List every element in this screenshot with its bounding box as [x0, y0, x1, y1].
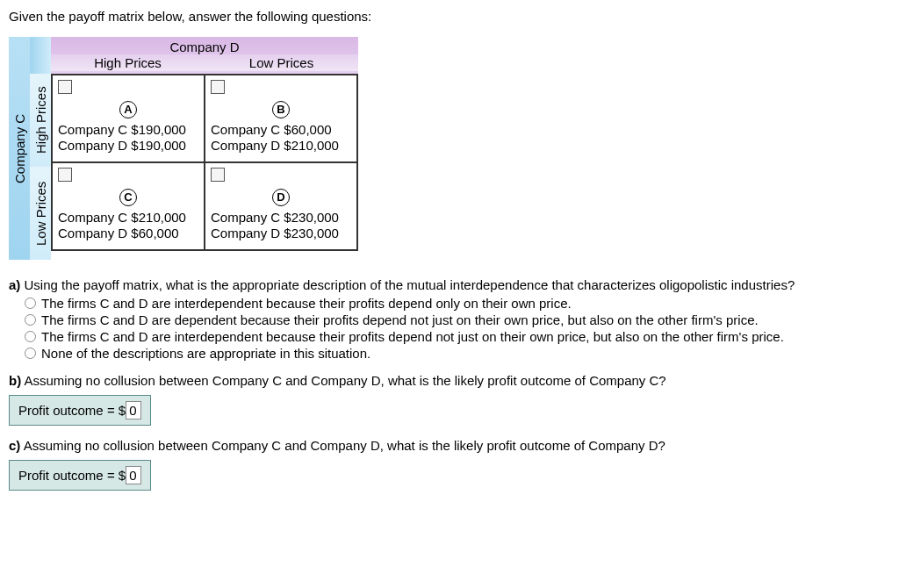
q-text: Assuming no collusion between Company C … [20, 438, 665, 453]
option-text: None of the descriptions are appropriate… [41, 346, 370, 361]
q-text: Assuming no collusion between Company C … [21, 373, 666, 388]
option-row[interactable]: None of the descriptions are appropriate… [25, 346, 890, 361]
answer-box: Profit outcome = $0 [9, 460, 151, 491]
cell-checkbox[interactable] [58, 80, 72, 94]
q-label: a) [9, 277, 20, 292]
radio-icon[interactable] [25, 348, 36, 359]
cell-A: A Company C $190,000 Company D $190,000 [52, 75, 205, 162]
payoff-c: Company C $190,000 [58, 122, 198, 137]
row-label-low: Low Prices [30, 167, 51, 260]
cell-B: B Company C $60,000 Company D $210,000 [205, 75, 357, 162]
option-row[interactable]: The firms C and D are dependent because … [25, 312, 890, 327]
question-c: c) Assuming no collusion between Company… [9, 438, 890, 491]
payoff-d: Company D $230,000 [211, 226, 351, 240]
answer-label: Profit outcome = $ [18, 468, 126, 483]
q-label: c) [9, 438, 20, 453]
radio-icon[interactable] [25, 314, 36, 326]
row-label-high: High Prices [30, 74, 51, 167]
cell-letter: C [119, 189, 137, 206]
cell-letter: B [272, 101, 290, 118]
payoff-d: Company D $60,000 [58, 226, 198, 240]
cell-D: D Company C $230,000 Company D $230,000 [205, 162, 357, 250]
question-b: b) Assuming no collusion between Company… [9, 373, 890, 426]
answer-input[interactable]: 0 [126, 466, 141, 484]
cell-checkbox[interactable] [211, 80, 225, 94]
intro-text: Given the payoff matrix below, answer th… [9, 9, 890, 24]
answer-label: Profit outcome = $ [18, 403, 126, 418]
option-text: The firms C and D are interdependent bec… [41, 329, 784, 344]
q-label: b) [9, 373, 21, 388]
row-player-label: Company C [9, 37, 30, 260]
payoff-matrix: Company C High Prices Low Prices Company… [9, 37, 890, 260]
cell-checkbox[interactable] [211, 168, 225, 182]
payoff-d: Company D $210,000 [211, 138, 351, 153]
question-a: a) Using the payoff matrix, what is the … [9, 277, 890, 361]
option-row[interactable]: The firms C and D are interdependent bec… [25, 296, 890, 311]
q-text: Using the payoff matrix, what is the app… [20, 277, 795, 292]
cell-letter: D [272, 189, 290, 206]
radio-icon[interactable] [25, 298, 36, 309]
radio-icon[interactable] [25, 331, 36, 342]
payoff-d: Company D $190,000 [58, 138, 198, 153]
payoff-c: Company C $230,000 [211, 210, 351, 225]
cell-letter: A [119, 101, 137, 118]
col-label-high: High Prices [51, 54, 205, 71]
col-label-low: Low Prices [205, 54, 358, 71]
col-player-label: Company D [51, 39, 358, 54]
payoff-c: Company C $210,000 [58, 210, 198, 225]
answer-box: Profit outcome = $0 [9, 395, 151, 426]
cell-checkbox[interactable] [58, 168, 72, 182]
cell-C: C Company C $210,000 Company D $60,000 [52, 162, 205, 250]
option-row[interactable]: The firms C and D are interdependent bec… [25, 329, 890, 344]
payoff-c: Company C $60,000 [211, 122, 351, 137]
option-text: The firms C and D are interdependent bec… [41, 296, 572, 311]
option-text: The firms C and D are dependent because … [41, 312, 759, 327]
answer-input[interactable]: 0 [126, 401, 141, 419]
